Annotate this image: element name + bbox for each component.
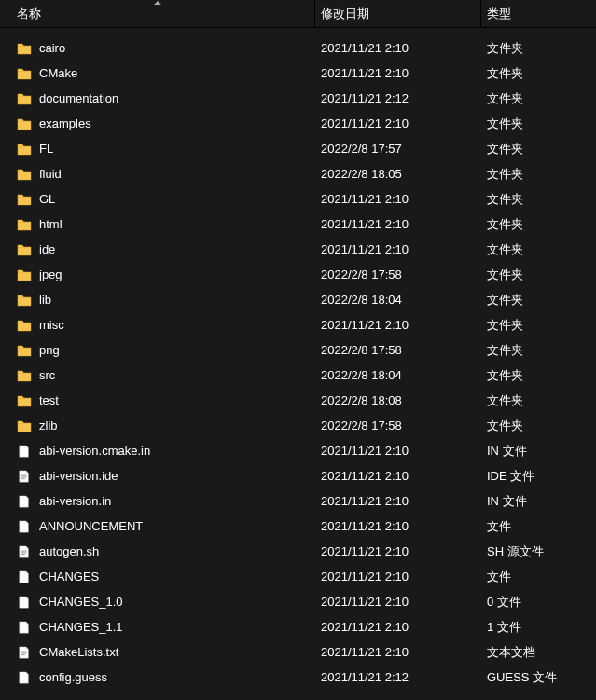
file-name-cell: ANNOUNCEMENT <box>0 519 315 534</box>
file-date-cell: 2021/11/21 2:10 <box>315 66 481 80</box>
file-type-cell: 1 文件 <box>481 619 596 636</box>
file-row[interactable]: misc2021/11/21 2:10文件夹 <box>0 312 596 337</box>
file-list: cairo2021/11/21 2:10文件夹CMake2021/11/21 2… <box>0 28 596 690</box>
file-date-cell: 2021/11/21 2:10 <box>315 595 481 609</box>
file-date-cell: 2022/2/8 17:58 <box>315 268 481 281</box>
sort-ascending-icon <box>154 1 161 5</box>
file-date-cell: 2021/11/21 2:10 <box>315 318 481 332</box>
file-name-cell: autogen.sh <box>0 544 315 559</box>
file-date-cell: 2022/2/8 18:08 <box>315 393 481 407</box>
file-row[interactable]: cairo2021/11/21 2:10文件夹 <box>0 35 596 61</box>
file-name-cell: CHANGES_1.0 <box>0 595 315 610</box>
file-name-cell: CHANGES <box>0 570 315 584</box>
folder-icon <box>17 66 32 81</box>
file-type-cell: 文件夹 <box>481 216 596 233</box>
file-date-cell: 2021/11/21 2:10 <box>315 544 481 558</box>
file-name-label: autogen.sh <box>39 544 99 558</box>
file-type-cell: IDE 文件 <box>481 468 596 485</box>
file-date-cell: 2022/2/8 17:57 <box>315 142 481 156</box>
file-row[interactable]: examples2021/11/21 2:10文件夹 <box>0 111 596 136</box>
file-name-cell: zlib <box>0 419 315 433</box>
column-header-date-label: 修改日期 <box>321 6 369 22</box>
file-name-label: CMake <box>39 66 77 80</box>
file-row[interactable]: jpeg2022/2/8 17:58文件夹 <box>0 262 596 287</box>
file-name-cell: misc <box>0 318 315 333</box>
folder-icon <box>17 217 32 232</box>
file-name-label: html <box>39 217 62 231</box>
file-type-cell: 文件夹 <box>481 90 596 107</box>
file-name-cell: ide <box>0 242 315 257</box>
file-date-cell: 2022/2/8 18:05 <box>315 167 481 181</box>
file-row[interactable]: documentation2021/11/21 2:12文件夹 <box>0 86 596 111</box>
file-type-cell: 文件夹 <box>481 392 596 409</box>
file-row[interactable]: ANNOUNCEMENT2021/11/21 2:10文件 <box>0 514 596 539</box>
file-name-cell: src <box>0 368 315 383</box>
file-row[interactable]: ide2021/11/21 2:10文件夹 <box>0 237 596 262</box>
file-name-cell: abi-version.cmake.in <box>0 444 315 459</box>
file-row[interactable]: CHANGES_1.02021/11/21 2:100 文件 <box>0 589 596 614</box>
file-name-label: zlib <box>39 419 58 432</box>
file-icon <box>17 519 32 534</box>
file-name-cell: abi-version.ide <box>0 469 315 484</box>
text-file-icon <box>17 544 32 559</box>
folder-icon <box>17 343 32 358</box>
file-row[interactable]: GL2021/11/21 2:10文件夹 <box>0 186 596 212</box>
file-date-cell: 2022/2/8 18:04 <box>315 293 481 307</box>
file-name-cell: cairo <box>0 41 315 56</box>
file-name-cell: documentation <box>0 91 315 106</box>
file-type-cell: GUESS 文件 <box>481 669 596 686</box>
file-date-cell: 2021/11/21 2:10 <box>315 620 481 634</box>
file-row[interactable]: lib2022/2/8 18:04文件夹 <box>0 287 596 312</box>
file-name-cell: abi-version.in <box>0 494 315 509</box>
file-type-cell: 文件夹 <box>481 342 596 359</box>
file-row[interactable]: CHANGES2021/11/21 2:10文件 <box>0 564 596 589</box>
file-name-cell: test <box>0 393 315 408</box>
file-name-label: examples <box>39 117 91 130</box>
file-type-cell: 文件夹 <box>481 40 596 57</box>
column-header-type[interactable]: 类型 <box>481 0 596 27</box>
file-type-cell: 文件夹 <box>481 116 596 132</box>
file-row[interactable]: CMake2021/11/21 2:10文件夹 <box>0 61 596 86</box>
file-name-label: config.guess <box>39 670 107 684</box>
file-row[interactable]: abi-version.cmake.in2021/11/21 2:10IN 文件 <box>0 438 596 463</box>
file-type-cell: 文件夹 <box>481 166 596 183</box>
file-type-cell: 文件夹 <box>481 267 596 283</box>
folder-icon <box>17 293 32 308</box>
file-date-cell: 2021/11/21 2:10 <box>315 242 481 256</box>
folder-icon <box>17 318 32 333</box>
file-date-cell: 2021/11/21 2:10 <box>315 192 481 206</box>
file-row[interactable]: CHANGES_1.12021/11/21 2:101 文件 <box>0 614 596 639</box>
file-icon <box>17 620 32 635</box>
file-row[interactable]: abi-version.ide2021/11/21 2:10IDE 文件 <box>0 463 596 488</box>
column-header-date[interactable]: 修改日期 <box>315 0 481 27</box>
file-date-cell: 2021/11/21 2:10 <box>315 645 481 659</box>
file-name-label: abi-version.ide <box>39 469 118 483</box>
file-type-cell: 文本文档 <box>481 644 596 661</box>
column-header-name[interactable]: 名称 <box>0 0 315 27</box>
folder-icon <box>17 167 32 182</box>
file-row[interactable]: fluid2022/2/8 18:05文件夹 <box>0 161 596 186</box>
file-row[interactable]: autogen.sh2021/11/21 2:10SH 源文件 <box>0 539 596 564</box>
file-row[interactable]: FL2022/2/8 17:57文件夹 <box>0 136 596 161</box>
folder-icon <box>17 368 32 383</box>
file-date-cell: 2021/11/21 2:10 <box>315 117 481 130</box>
file-row[interactable]: abi-version.in2021/11/21 2:10IN 文件 <box>0 488 596 514</box>
file-row[interactable]: html2021/11/21 2:10文件夹 <box>0 212 596 237</box>
file-row[interactable]: test2022/2/8 18:08文件夹 <box>0 388 596 413</box>
file-row[interactable]: png2022/2/8 17:58文件夹 <box>0 337 596 363</box>
file-type-cell: 文件 <box>481 569 596 585</box>
folder-icon <box>17 91 32 106</box>
file-date-cell: 2022/2/8 17:58 <box>315 343 481 357</box>
file-row[interactable]: CMakeLists.txt2021/11/21 2:10文本文档 <box>0 639 596 665</box>
folder-icon <box>17 192 32 207</box>
folder-icon <box>17 419 32 433</box>
file-type-cell: 文件夹 <box>481 65 596 82</box>
file-row[interactable]: zlib2022/2/8 17:58文件夹 <box>0 413 596 438</box>
file-row[interactable]: src2022/2/8 18:04文件夹 <box>0 363 596 388</box>
file-row[interactable]: config.guess2021/11/21 2:12GUESS 文件 <box>0 665 596 690</box>
file-type-cell: 文件夹 <box>481 367 596 384</box>
text-file-icon <box>17 645 32 660</box>
file-date-cell: 2021/11/21 2:10 <box>315 519 481 533</box>
file-type-cell: SH 源文件 <box>481 543 596 560</box>
file-type-cell: 文件夹 <box>481 418 596 434</box>
